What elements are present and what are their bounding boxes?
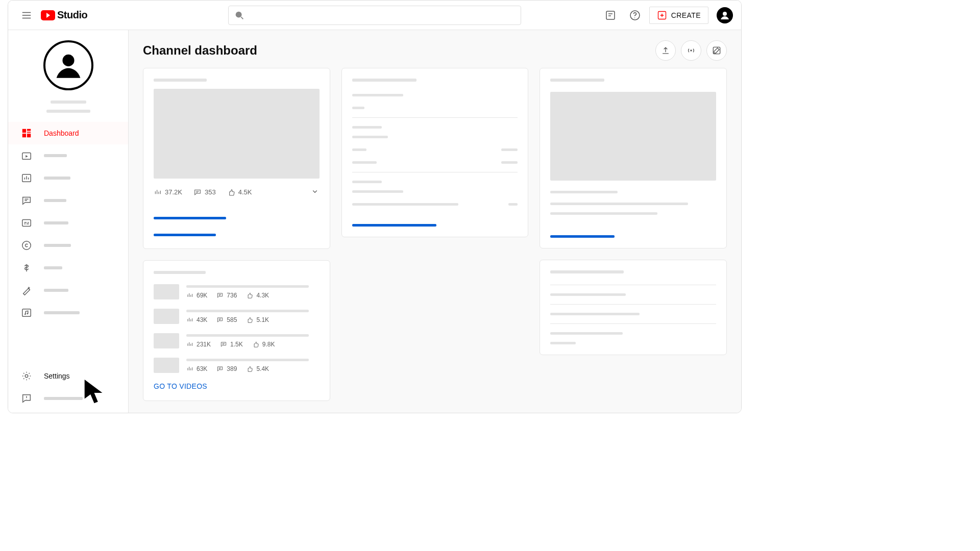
go-to-videos-link[interactable]: GO TO VIDEOS	[154, 382, 207, 390]
svg-rect-10	[22, 134, 26, 137]
account-avatar[interactable]	[717, 7, 733, 23]
recent-video-row[interactable]: 63K 389 5.4K	[154, 358, 320, 373]
sidebar-item-copyright[interactable]	[8, 234, 128, 257]
sidebar-item-subtitles[interactable]	[8, 212, 128, 234]
magic-wand-icon	[20, 284, 33, 296]
search-input[interactable]	[250, 10, 516, 20]
recent-video-title-skeleton	[186, 285, 309, 288]
latest-video-thumbnail[interactable]	[154, 89, 320, 179]
youtube-play-icon	[41, 10, 55, 20]
sidebar-item-skeleton	[44, 289, 68, 292]
comments-stat: 353	[193, 188, 216, 196]
help-button[interactable]	[625, 5, 645, 26]
svg-point-5	[723, 12, 727, 16]
comments-icon	[216, 365, 224, 372]
likes-stat: 4.5K	[227, 188, 252, 196]
skeleton-line	[501, 161, 518, 164]
sidebar-item-analytics[interactable]	[8, 167, 128, 189]
latest-video-card: 37.2K 353 4.5K	[143, 68, 330, 249]
sidebar-item-skeleton	[44, 199, 66, 202]
sidebar-item-label: Settings	[44, 372, 70, 380]
link-skeleton[interactable]	[154, 234, 216, 236]
link-skeleton[interactable]	[154, 217, 226, 219]
svg-point-18	[27, 313, 28, 314]
main-content: Channel dashboard	[129, 30, 741, 413]
recent-video-title-skeleton	[186, 359, 309, 361]
create-post-button[interactable]	[706, 40, 727, 61]
sidebar-item-skeleton	[44, 244, 71, 247]
go-live-button[interactable]	[681, 40, 701, 61]
help-icon	[629, 9, 641, 21]
analytics-icon	[20, 172, 33, 184]
svg-point-17	[24, 313, 26, 315]
comments-icon	[20, 194, 33, 207]
likes-icon	[246, 365, 253, 372]
hamburger-icon	[21, 10, 32, 21]
recent-videos-card: 69K 736 4.3K 43K 585 5.1K 231K 1.5K 9.8K	[143, 260, 330, 401]
search-box[interactable]	[228, 6, 521, 25]
link-skeleton[interactable]	[550, 235, 615, 238]
views-stat: 43K	[186, 316, 207, 323]
recent-video-thumb	[154, 358, 179, 373]
likes-stat: 9.8K	[252, 341, 275, 348]
sidebar-item-feedback[interactable]	[8, 387, 128, 410]
views-icon	[154, 188, 162, 196]
link-skeleton[interactable]	[352, 224, 436, 227]
sidebar-item-customization[interactable]	[8, 279, 128, 302]
studio-logo[interactable]: Studio	[41, 9, 87, 21]
skeleton-line	[352, 136, 388, 138]
gear-icon	[20, 370, 33, 382]
dashboard-icon	[20, 127, 33, 139]
hamburger-menu-button[interactable]	[16, 5, 37, 26]
recent-video-title-skeleton	[186, 310, 309, 312]
sidebar-bottom: Settings	[8, 362, 128, 413]
channel-avatar[interactable]	[43, 40, 93, 90]
svg-rect-9	[27, 132, 31, 133]
sidebar-item-monetization[interactable]	[8, 257, 128, 279]
likes-stat: 5.1K	[246, 316, 269, 323]
skeleton-line	[550, 313, 640, 315]
views-icon	[186, 292, 193, 299]
recent-video-row[interactable]: 231K 1.5K 9.8K	[154, 333, 320, 348]
sidebar-item-settings[interactable]: Settings	[8, 365, 128, 387]
views-icon	[186, 316, 193, 323]
likes-icon	[252, 341, 259, 348]
card-title-skeleton	[352, 79, 416, 82]
skeleton-line	[352, 107, 364, 109]
sidebar-item-content[interactable]	[8, 144, 128, 167]
sidebar-item-comments[interactable]	[8, 189, 128, 212]
views-stat: 63K	[186, 365, 207, 372]
views-stat: 69K	[186, 292, 207, 299]
sidebar-item-audio[interactable]	[8, 302, 128, 324]
copyright-icon	[20, 239, 33, 252]
card-title-skeleton	[154, 271, 206, 274]
svg-rect-7	[22, 129, 26, 133]
recent-video-row[interactable]: 69K 736 4.3K	[154, 284, 320, 299]
svg-rect-11	[27, 134, 31, 137]
sidebar-item-dashboard[interactable]: Dashboard	[8, 122, 128, 144]
recent-video-row[interactable]: 43K 585 5.1K	[154, 309, 320, 324]
logo-text: Studio	[57, 9, 87, 21]
svg-point-3	[634, 17, 635, 18]
sidebar-nav: Dashboard	[8, 122, 128, 362]
skeleton-line	[352, 161, 377, 164]
news-image-skeleton	[550, 92, 716, 181]
updates-icon	[604, 9, 617, 21]
feedback-icon	[20, 392, 33, 405]
likes-icon	[246, 316, 253, 323]
content-icon	[20, 149, 33, 162]
search-icon	[234, 10, 245, 21]
upload-video-button[interactable]	[655, 40, 676, 61]
sidebar-item-skeleton	[44, 177, 70, 180]
news-card	[540, 68, 727, 248]
create-button[interactable]: CREATE	[649, 7, 708, 24]
skeleton-line	[501, 148, 518, 151]
sidebar-item-skeleton	[44, 311, 80, 314]
views-icon	[186, 365, 193, 372]
views-stat: 37.2K	[154, 188, 182, 196]
recent-video-thumb	[154, 333, 179, 348]
updates-button[interactable]	[600, 5, 621, 26]
ideas-card	[540, 260, 727, 355]
views-value: 37.2K	[165, 188, 182, 196]
expand-toggle[interactable]	[310, 187, 320, 197]
